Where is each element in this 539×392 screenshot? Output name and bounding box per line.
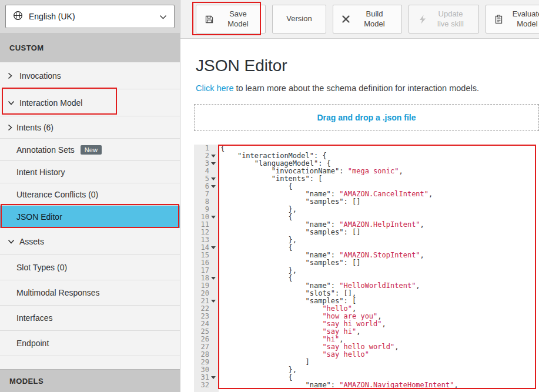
page-title: JSON Editor	[196, 56, 287, 75]
code-punct: : {	[314, 152, 327, 160]
build-model-button[interactable]: Build Model	[333, 5, 402, 33]
fold-arrow-icon[interactable]	[211, 162, 216, 165]
code-punct: {	[220, 274, 293, 282]
evaluate-icon	[494, 15, 503, 24]
code-punct: : []	[344, 228, 361, 236]
version-button[interactable]: Version	[272, 5, 326, 33]
code-punct	[220, 175, 272, 183]
sidebar-item-invocations[interactable]: Invocations	[0, 62, 180, 89]
sidebar-spacer	[0, 356, 180, 369]
chevron-down-icon	[8, 239, 15, 244]
code-punct: : []	[344, 259, 361, 267]
code-string-value: "AMAZON.StopIntent"	[339, 251, 420, 259]
json-dropzone[interactable]: Drag and drop a .json file	[194, 104, 539, 131]
sidebar-item-label: Endpoint	[16, 339, 49, 348]
code-punct: ,	[416, 282, 420, 290]
chevron-right-icon	[8, 72, 12, 79]
code-punct: :	[331, 381, 339, 389]
fold-arrow-icon[interactable]	[211, 155, 216, 158]
update-live-skill-button[interactable]: Update live skill	[409, 5, 479, 33]
code-punct	[220, 312, 322, 320]
editor-gutter: 1234567891011121314151617181920212223242…	[194, 145, 219, 392]
main-content: JSON Editor Click here to learn more abo…	[180, 39, 539, 392]
code-punct	[220, 381, 306, 389]
sidebar-item-label: Interfaces	[16, 313, 52, 323]
code-punct: : [	[310, 175, 323, 183]
new-badge: New	[81, 145, 102, 155]
code-punct	[220, 228, 306, 236]
sidebar-nav: InvocationsInteraction ModelIntents (6)A…	[0, 62, 180, 356]
code-punct: },	[220, 366, 297, 374]
fold-arrow-slot	[209, 177, 217, 180]
sidebar-item-intents-6[interactable]: Intents (6)	[0, 116, 180, 139]
fold-arrow-icon[interactable]	[211, 300, 216, 303]
fold-arrow-slot	[209, 162, 217, 165]
language-selector[interactable]: English (UK)	[5, 5, 175, 28]
fold-arrow-slot	[209, 216, 217, 219]
editor-code[interactable]: { "interactionModel": { "languageModel":…	[219, 145, 539, 392]
evaluate-model-button[interactable]: Evaluate Model	[486, 5, 539, 33]
code-punct	[220, 297, 306, 305]
fold-arrow-icon[interactable]	[211, 216, 216, 219]
sidebar-item-assets[interactable]: Assets	[0, 228, 180, 255]
sidebar-item-interaction-model[interactable]: Interaction Model	[0, 89, 180, 116]
fold-arrow-icon[interactable]	[211, 277, 216, 280]
code-key: "slots"	[306, 289, 336, 297]
code-punct	[220, 304, 322, 313]
code-punct	[220, 197, 306, 206]
sidebar-item-intent-history[interactable]: Intent History	[0, 161, 180, 183]
code-punct: ,	[394, 343, 399, 351]
chevron-down-icon	[159, 11, 167, 22]
code-punct: ,	[454, 381, 458, 389]
code-punct	[220, 327, 322, 336]
sidebar-item-endpoint[interactable]: Endpoint	[0, 331, 180, 356]
code-string-value: "say hi world"	[322, 320, 381, 328]
chevron-down-icon	[8, 100, 15, 105]
code-string-value: "say hello"	[322, 350, 369, 359]
code-string-value: "how are you"	[322, 312, 377, 320]
sidebar-section-custom: CUSTOM	[0, 33, 180, 62]
code-string-value: "AMAZON.HelpIntent"	[339, 220, 420, 229]
code-string-value: "hello"	[322, 304, 352, 313]
sidebar-item-label: Utterance Conflicts (0)	[16, 190, 98, 199]
code-punct: },	[220, 236, 297, 244]
code-punct: ]	[220, 358, 310, 366]
fold-arrow-icon[interactable]	[211, 376, 216, 379]
sidebar-item-label: Annotation Sets	[16, 145, 75, 155]
fold-arrow-icon[interactable]	[211, 246, 216, 249]
fold-arrow-slot	[209, 300, 217, 303]
code-punct: ,	[420, 251, 424, 259]
schema-help-rest: to learn more about the schema definitio…	[233, 83, 479, 93]
code-punct	[220, 320, 322, 328]
code-punct: ,	[356, 327, 360, 336]
sidebar-item-utterance-conflicts-0[interactable]: Utterance Conflicts (0)	[0, 183, 180, 206]
code-punct: ,	[382, 320, 386, 328]
sidebar-item-label: JSON Editor	[16, 212, 62, 222]
code-punct: ,	[352, 304, 356, 313]
json-code-editor[interactable]: 1234567891011121314151617181920212223242…	[194, 145, 539, 392]
fold-arrow-icon[interactable]	[211, 185, 216, 188]
sidebar-item-annotation-sets[interactable]: Annotation SetsNew	[0, 139, 180, 161]
save-model-button[interactable]: Save Model	[196, 5, 266, 33]
code-line[interactable]: "name": "AMAZON.NavigateHomeIntent",	[220, 381, 539, 389]
code-string-value: "AMAZON.NavigateHomeIntent"	[339, 381, 454, 389]
code-key: "name"	[306, 251, 331, 259]
click-here-link[interactable]: Click here	[196, 83, 233, 93]
code-key: "samples"	[306, 197, 344, 206]
code-punct	[220, 152, 237, 160]
code-punct	[220, 343, 322, 351]
sidebar-item-multimodal-responses[interactable]: Multimodal Responses	[0, 280, 180, 306]
sidebar-item-json-editor[interactable]: JSON Editor	[0, 206, 180, 228]
fold-arrow-icon[interactable]	[211, 177, 216, 180]
sidebar-item-interfaces[interactable]: Interfaces	[0, 306, 180, 331]
code-punct: {	[220, 373, 293, 381]
code-key: "languageModel"	[255, 159, 318, 167]
code-punct	[220, 350, 322, 359]
code-punct: :	[331, 220, 339, 229]
sidebar-item-label: Intent History	[16, 167, 65, 177]
gutter-line-number: 32	[194, 381, 219, 389]
sidebar-item-label: Interaction Model	[19, 98, 82, 108]
save-icon	[205, 15, 214, 24]
sidebar-item-slot-types-0[interactable]: Slot Types (0)	[0, 255, 180, 280]
code-punct: },	[220, 266, 297, 274]
